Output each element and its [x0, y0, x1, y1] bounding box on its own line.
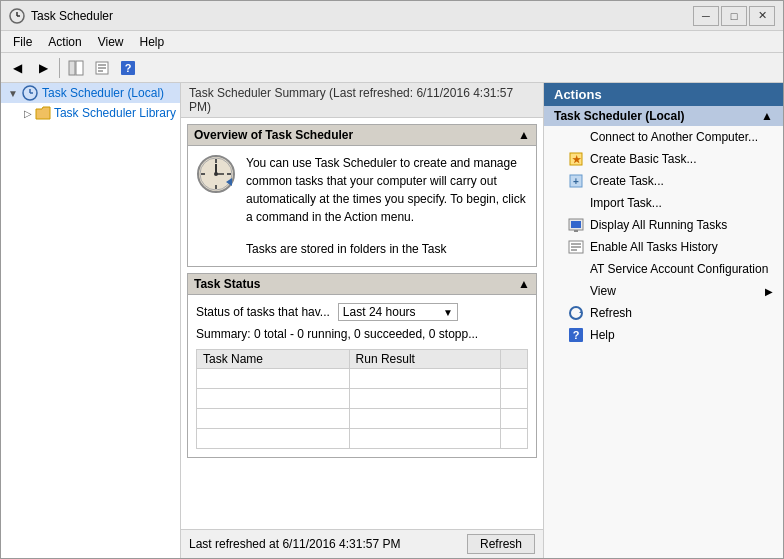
tree-folder-icon: [35, 105, 51, 121]
overview-extra: Tasks are stored in folders in the Task: [246, 242, 447, 256]
display-running-icon: [568, 217, 584, 233]
task-table: Task Name Run Result: [196, 349, 528, 449]
center-pane: Task Scheduler Summary (Last refreshed: …: [181, 83, 543, 558]
maximize-button[interactable]: □: [721, 6, 747, 26]
toolbar: ◀ ▶ ?: [1, 53, 783, 83]
center-content: Overview of Task Scheduler ▲: [181, 118, 543, 529]
action-create-task[interactable]: + Create Task...: [544, 170, 783, 192]
task-status-title: Task Status: [194, 277, 260, 291]
properties-button[interactable]: [90, 57, 114, 79]
empty-row-2: [197, 389, 528, 409]
console-tree-button[interactable]: [64, 57, 88, 79]
last-refreshed-text: Last refreshed at 6/11/2016 4:31:57 PM: [189, 537, 400, 551]
action-view-label: View: [590, 284, 616, 298]
tree-item-library[interactable]: ▷ Task Scheduler Library: [1, 103, 180, 123]
overview-collapse-icon: ▲: [518, 128, 530, 142]
action-at-service-label: AT Service Account Configuration: [590, 262, 768, 276]
svg-rect-3: [69, 61, 75, 75]
svg-text:+: +: [573, 176, 579, 187]
connect-icon: [568, 129, 584, 145]
action-connect[interactable]: Connect to Another Computer...: [544, 126, 783, 148]
action-display-running[interactable]: Display All Running Tasks: [544, 214, 783, 236]
help-action-icon: ?: [568, 327, 584, 343]
col-run-result: Run Result: [349, 350, 500, 369]
center-header: Task Scheduler Summary (Last refreshed: …: [181, 83, 543, 118]
action-display-running-label: Display All Running Tasks: [590, 218, 727, 232]
main-area: ▼ Task Scheduler (Local) ▷ Tas: [1, 83, 783, 558]
svg-text:?: ?: [125, 62, 132, 74]
summary-text: Summary: 0 total - 0 running, 0 succeede…: [196, 327, 528, 341]
action-group-title: Task Scheduler (Local): [554, 109, 684, 123]
time-filter-dropdown[interactable]: Last 24 hours ▼: [338, 303, 458, 321]
tree-clock-icon: [21, 85, 39, 101]
center-footer: Last refreshed at 6/11/2016 4:31:57 PM R…: [181, 529, 543, 558]
tree-label-local: Task Scheduler (Local): [42, 86, 164, 100]
create-task-icon: +: [568, 173, 584, 189]
window-icon: [9, 8, 25, 24]
view-icon: [568, 283, 584, 299]
action-create-basic-label: Create Basic Task...: [590, 152, 697, 166]
action-connect-label: Connect to Another Computer...: [590, 130, 758, 144]
action-group-label[interactable]: Task Scheduler (Local) ▲: [544, 106, 783, 126]
empty-cell: [197, 369, 350, 389]
action-enable-history[interactable]: Enable All Tasks History: [544, 236, 783, 258]
action-refresh[interactable]: Refresh: [544, 302, 783, 324]
main-window: Task Scheduler ─ □ ✕ File Action View He…: [0, 0, 784, 559]
import-icon: [568, 195, 584, 211]
overview-body: You can use Task Scheduler to create and…: [188, 146, 536, 266]
task-status-collapse-icon: ▲: [518, 277, 530, 291]
actions-panel: Actions Task Scheduler (Local) ▲ Connect…: [543, 83, 783, 558]
tree-item-task-scheduler-local[interactable]: ▼ Task Scheduler (Local): [1, 83, 180, 103]
action-create-basic[interactable]: ★ Create Basic Task...: [544, 148, 783, 170]
expand-icon: ▼: [5, 88, 21, 99]
refresh-icon: [568, 305, 584, 321]
menu-help[interactable]: Help: [132, 33, 173, 51]
action-enable-history-label: Enable All Tasks History: [590, 240, 718, 254]
empty-cell: [197, 389, 350, 409]
menu-action[interactable]: Action: [40, 33, 89, 51]
dropdown-value: Last 24 hours: [343, 305, 416, 319]
action-create-task-label: Create Task...: [590, 174, 664, 188]
action-view[interactable]: View ▶: [544, 280, 783, 302]
svg-rect-4: [76, 61, 83, 75]
action-help-label: Help: [590, 328, 615, 342]
actions-header: Actions: [544, 83, 783, 106]
back-button[interactable]: ◀: [5, 57, 29, 79]
action-import-label: Import Task...: [590, 196, 662, 210]
forward-button[interactable]: ▶: [31, 57, 55, 79]
status-filter-row: Status of tasks that hav... Last 24 hour…: [196, 303, 528, 321]
minimize-button[interactable]: ─: [693, 6, 719, 26]
action-group-collapse-icon: ▲: [761, 109, 773, 123]
filter-label: Status of tasks that hav...: [196, 305, 330, 319]
task-status-body: Status of tasks that hav... Last 24 hour…: [188, 295, 536, 457]
expand-icon-library: ▷: [21, 108, 35, 119]
overview-section: Overview of Task Scheduler ▲: [187, 124, 537, 267]
overview-text: You can use Task Scheduler to create and…: [246, 156, 526, 224]
action-help[interactable]: ? Help: [544, 324, 783, 346]
overview-content: You can use Task Scheduler to create and…: [196, 154, 528, 258]
action-refresh-label: Refresh: [590, 306, 632, 320]
menu-file[interactable]: File: [5, 33, 40, 51]
task-status-header[interactable]: Task Status ▲: [188, 274, 536, 295]
overview-description: You can use Task Scheduler to create and…: [246, 154, 528, 258]
svg-rect-29: [574, 230, 578, 232]
svg-rect-28: [571, 221, 581, 228]
overview-clock-icon: [196, 154, 236, 194]
toolbar-separator-1: [59, 58, 60, 78]
action-at-service[interactable]: AT Service Account Configuration: [544, 258, 783, 280]
col-extra: [500, 350, 527, 369]
svg-text:?: ?: [573, 329, 580, 341]
create-basic-icon: ★: [568, 151, 584, 167]
view-submenu-arrow-icon: ▶: [765, 286, 773, 297]
left-pane: ▼ Task Scheduler (Local) ▷ Tas: [1, 83, 181, 558]
task-status-section: Task Status ▲ Status of tasks that hav..…: [187, 273, 537, 458]
overview-section-header[interactable]: Overview of Task Scheduler ▲: [188, 125, 536, 146]
center-refresh-button[interactable]: Refresh: [467, 534, 535, 554]
close-button[interactable]: ✕: [749, 6, 775, 26]
window-controls: ─ □ ✕: [693, 6, 775, 26]
action-import[interactable]: Import Task...: [544, 192, 783, 214]
help-toolbar-button[interactable]: ?: [116, 57, 140, 79]
menu-view[interactable]: View: [90, 33, 132, 51]
empty-cell: [197, 429, 350, 449]
at-service-icon: [568, 261, 584, 277]
